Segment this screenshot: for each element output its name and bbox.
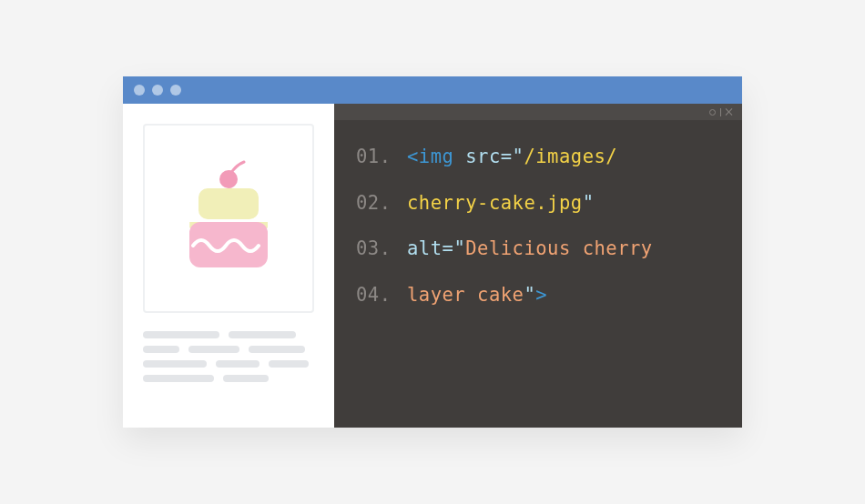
code-token: " (524, 284, 535, 306)
code-token: Delicious cherry (465, 237, 652, 259)
text-placeholder-lines (143, 331, 314, 382)
code-token: layer cake (407, 284, 524, 306)
browser-titlebar (123, 76, 742, 104)
window-dot-minimize[interactable] (152, 85, 163, 96)
line-number: 01. (356, 146, 407, 168)
line-number: 03. (356, 237, 407, 260)
code-token: cherry-cake.jpg (407, 192, 583, 214)
code-pane-titlebar (334, 104, 742, 120)
window-body: 01.<img src="/images/02.cherry-cake.jpg"… (123, 104, 742, 428)
line-number: 02. (356, 192, 407, 215)
code-token: alt= (407, 237, 453, 259)
svg-rect-1 (198, 188, 259, 219)
code-token: " (583, 192, 595, 214)
svg-point-0 (219, 170, 238, 188)
code-token: src= (465, 146, 512, 167)
code-line: 03.alt="Delicious cherry (356, 237, 722, 260)
cherry-cake-icon (169, 155, 288, 282)
code-content: alt="Delicious cherry (407, 237, 653, 260)
code-line: 04.layer cake"> (356, 284, 722, 307)
code-content: <img src="/images/ (407, 146, 617, 168)
code-token: " (513, 146, 524, 167)
pane-control-divider-icon (720, 108, 721, 116)
code-token: > (535, 284, 547, 306)
code-token: /images/ (524, 146, 617, 167)
browser-window: 01.<img src="/images/02.cherry-cake.jpg"… (123, 76, 742, 428)
line-number: 04. (356, 284, 407, 307)
code-content: cherry-cake.jpg" (407, 192, 594, 215)
code-line: 01.<img src="/images/ (356, 146, 722, 168)
code-block: 01.<img src="/images/02.cherry-cake.jpg"… (334, 120, 742, 428)
image-preview-card (143, 124, 314, 313)
code-token: <img (407, 146, 465, 167)
pane-control-circle-icon[interactable] (709, 109, 716, 116)
code-token: " (453, 237, 465, 259)
window-dot-close[interactable] (134, 85, 145, 96)
preview-pane (123, 104, 334, 428)
code-content: layer cake"> (407, 284, 547, 307)
code-line: 02.cherry-cake.jpg" (356, 192, 722, 215)
window-dot-zoom[interactable] (170, 85, 181, 96)
pane-control-close-icon[interactable] (726, 108, 733, 116)
code-pane: 01.<img src="/images/02.cherry-cake.jpg"… (334, 104, 742, 428)
